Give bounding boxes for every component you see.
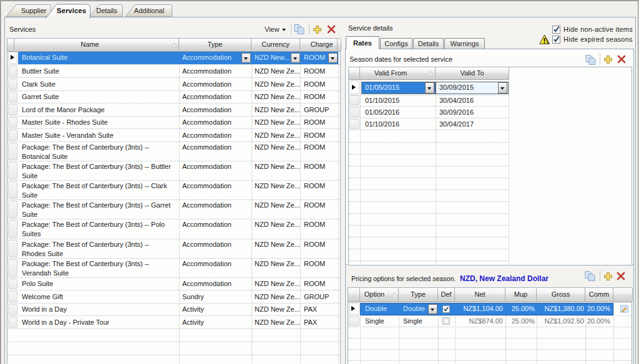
svg-text:Details: Details — [96, 7, 117, 14]
svg-text:Supplier: Supplier — [21, 7, 47, 14]
svg-text:Additional: Additional — [134, 7, 164, 14]
svg-text:Services: Services — [57, 7, 86, 14]
